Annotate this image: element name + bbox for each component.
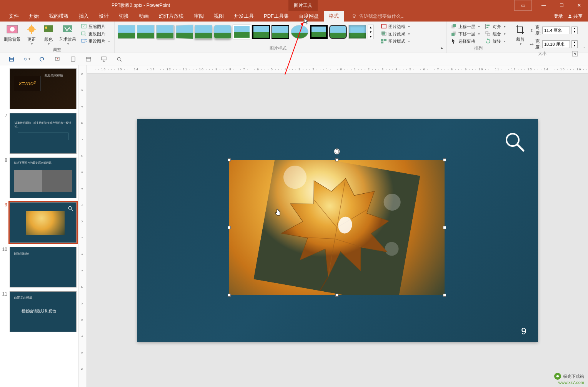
picture-effects-button[interactable]: 图片效果▼: [379, 30, 412, 37]
height-spinner-down[interactable]: ▼: [572, 30, 577, 34]
tab-my-templates[interactable]: 我的模板: [44, 11, 74, 22]
tab-developer[interactable]: 开发工具: [229, 11, 259, 22]
login-link[interactable]: 登录: [554, 13, 563, 20]
gallery-down-button[interactable]: ▼: [368, 30, 373, 34]
picture-layout-button[interactable]: 图片版式▼: [379, 38, 412, 45]
undo-button[interactable]: ▼: [23, 55, 31, 63]
gallery-more-button[interactable]: ▾: [368, 34, 373, 39]
resize-handle-tr[interactable]: [443, 158, 446, 161]
thumb-number: 10: [2, 247, 7, 287]
save-button[interactable]: [8, 55, 15, 63]
slide-thumbnail[interactable]: 8 描述下面照片的原文原来源标题: [2, 158, 77, 198]
resize-handle-ml[interactable]: [228, 226, 231, 229]
tab-file[interactable]: 文件: [4, 11, 24, 22]
brightness-icon: [25, 24, 38, 36]
picture-border-button[interactable]: 图片边框▼: [379, 23, 412, 30]
rotate-handle[interactable]: [334, 148, 340, 154]
start-from-beginning-button[interactable]: [54, 55, 62, 63]
tab-home[interactable]: 开始: [24, 11, 44, 22]
selected-image[interactable]: [229, 160, 445, 295]
collapse-ribbon-button[interactable]: ˇ: [583, 47, 585, 51]
slide[interactable]: 9: [137, 119, 538, 342]
corrections-button[interactable]: 更正▼: [24, 23, 39, 46]
canvas[interactable]: 9: [87, 74, 588, 387]
picture-style-4[interactable]: [176, 25, 193, 39]
svg-rect-1: [353, 17, 355, 18]
slide-thumbnail[interactable]: 7 该事件的影响，或支持的论文或声明的有一般讨论。: [2, 113, 77, 154]
width-spinner-up[interactable]: ▲: [572, 41, 577, 44]
qat-button-8[interactable]: [115, 55, 123, 63]
minimize-button[interactable]: —: [535, 0, 553, 11]
crop-button[interactable]: 裁剪▼: [513, 23, 528, 46]
tab-format[interactable]: 格式: [324, 11, 344, 22]
resize-handle-bm[interactable]: [335, 294, 338, 297]
horizontal-ruler: · · 16 · · · 15 · · · 14 · · · 13 · · · …: [87, 65, 588, 74]
height-spinner-up[interactable]: ▲: [572, 27, 577, 30]
svg-rect-31: [10, 60, 13, 61]
tab-view[interactable]: 视图: [209, 11, 229, 22]
compress-pictures-button[interactable]: 压缩图片: [79, 23, 112, 30]
tab-review[interactable]: 审阅: [189, 11, 209, 22]
thumbnail-panel[interactable]: ▲ ε=mc² 此处填写标题 7 该事件的影响，或支持的论文或声明的有一般讨论。…: [0, 65, 78, 387]
tab-insert[interactable]: 插入: [74, 11, 94, 22]
redo-button[interactable]: [38, 55, 46, 63]
rotate-button[interactable]: 旋转▼: [483, 38, 508, 45]
slide-thumbnail[interactable]: 9: [2, 202, 77, 243]
gallery-up-button[interactable]: ▲: [368, 25, 373, 30]
resize-handle-tm[interactable]: [335, 158, 338, 161]
picture-style-3[interactable]: [156, 25, 174, 39]
picture-style-7[interactable]: [233, 25, 251, 39]
picture-style-8[interactable]: [252, 25, 270, 39]
change-picture-button[interactable]: 更改图片: [79, 30, 112, 37]
qat-button-6[interactable]: [85, 55, 92, 63]
resize-handle-br[interactable]: [443, 294, 446, 297]
remove-background-button[interactable]: 删除背景: [2, 23, 22, 43]
align-button[interactable]: 对齐▼: [483, 23, 508, 30]
tab-pdf-tools[interactable]: PDF工具集: [259, 11, 294, 22]
picture-style-9[interactable]: [272, 25, 289, 39]
qat-button-5[interactable]: [69, 55, 77, 63]
picture-style-11[interactable]: [310, 25, 328, 39]
maximize-button[interactable]: ☐: [553, 0, 570, 11]
artistic-effects-button[interactable]: 艺术效果▼: [58, 23, 78, 46]
resize-handle-tl[interactable]: [228, 158, 231, 161]
group-button[interactable]: 组合▼: [483, 30, 508, 37]
slide-thumbnail[interactable]: ε=mc² 此处填写标题: [2, 68, 77, 109]
picture-style-2[interactable]: [137, 25, 155, 39]
picture-style-13[interactable]: [348, 25, 366, 39]
resize-handle-mr[interactable]: [443, 226, 446, 229]
bring-forward-button[interactable]: 上移一层▼: [449, 23, 482, 30]
border-icon: [381, 23, 387, 30]
adjust-group-label: 调整: [2, 46, 112, 53]
picture-styles-dialog-launcher[interactable]: ⬊: [439, 46, 444, 51]
width-input[interactable]: [542, 40, 570, 48]
reset-picture-button[interactable]: 重设图片▼: [79, 38, 112, 45]
svg-point-2: [569, 15, 571, 16]
close-button[interactable]: ✕: [570, 0, 588, 11]
slide-thumbnail[interactable]: 10 影响和结论: [2, 247, 77, 287]
bring-forward-icon: [451, 23, 457, 30]
picture-style-12[interactable]: [329, 25, 347, 39]
picture-style-10[interactable]: [291, 25, 308, 39]
svg-rect-16: [381, 24, 386, 28]
tell-me-search[interactable]: 告诉我您想要做什么...: [351, 13, 405, 20]
tab-slideshow[interactable]: 幻灯片放映: [154, 11, 189, 22]
width-spinner-down[interactable]: ▼: [572, 44, 577, 48]
share-button[interactable]: 共享: [568, 13, 583, 20]
size-dialog-launcher[interactable]: ⬊: [572, 51, 578, 56]
height-input[interactable]: [542, 27, 570, 34]
qat-button-7[interactable]: [100, 55, 108, 63]
tab-design[interactable]: 设计: [94, 11, 114, 22]
picture-style-6[interactable]: [214, 25, 232, 39]
resize-handle-bl[interactable]: [228, 294, 231, 297]
slide-thumbnail[interactable]: 11 自定义此模板 模板编辑说明和反馈: [2, 291, 77, 332]
tab-transitions[interactable]: 切换: [114, 11, 134, 22]
send-backward-button[interactable]: 下移一层▼: [449, 30, 482, 37]
picture-style-1[interactable]: [118, 25, 135, 39]
color-button[interactable]: 颜色▼: [41, 23, 56, 46]
selection-pane-button[interactable]: 选择窗格: [449, 38, 482, 45]
tab-animations[interactable]: 动画: [134, 11, 154, 22]
svg-rect-12: [63, 25, 72, 32]
ribbon-display-options[interactable]: ▭: [514, 0, 532, 11]
picture-style-5[interactable]: [195, 25, 212, 39]
